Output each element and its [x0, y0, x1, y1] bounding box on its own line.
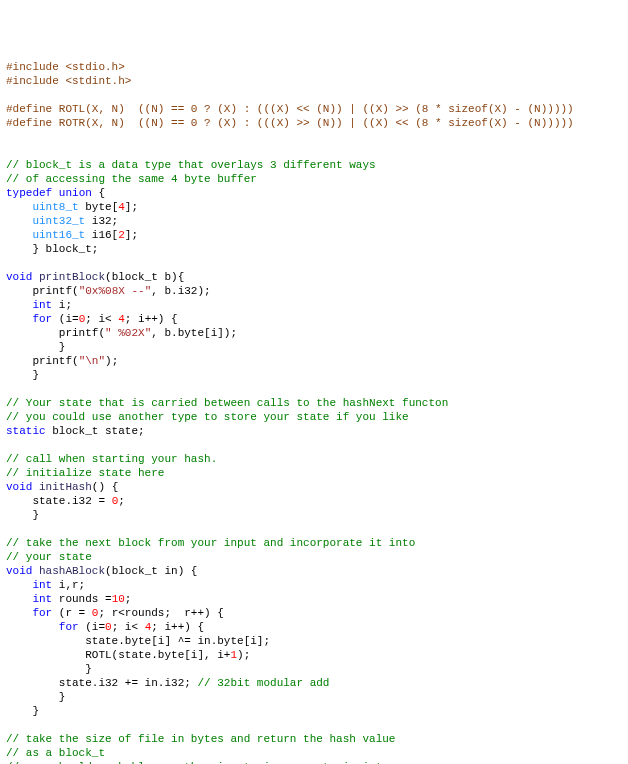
- token-func: hashABlock: [39, 565, 105, 577]
- token-plain: [6, 313, 32, 325]
- token-comment: // block_t is a data type that overlays …: [6, 159, 376, 171]
- token-plain: ;: [125, 593, 132, 605]
- code-line: [6, 144, 622, 158]
- token-keyword: int: [32, 593, 52, 605]
- token-plain: [6, 593, 32, 605]
- token-plain: [6, 215, 32, 227]
- code-line: #define ROTL(X, N) ((N) == 0 ? (X) : (((…: [6, 102, 622, 116]
- token-plain: }: [6, 705, 39, 717]
- code-line: state.byte[i] ^= in.byte[i];: [6, 634, 622, 648]
- token-plain: ];: [125, 201, 138, 213]
- token-keyword: void: [6, 271, 32, 283]
- token-keyword: for: [59, 621, 79, 633]
- token-func: initHash: [39, 481, 92, 493]
- code-line: printf("\n");: [6, 354, 622, 368]
- token-type: uint32_t: [32, 215, 85, 227]
- token-preproc: #include <stdio.h>: [6, 61, 125, 73]
- token-plain: [52, 187, 59, 199]
- token-comment: // take the next block from your input a…: [6, 537, 415, 549]
- token-plain: ROTL(state.byte[i], i+: [6, 649, 230, 661]
- token-type: uint8_t: [32, 201, 78, 213]
- token-num: 4: [118, 201, 125, 213]
- token-plain: (i=: [79, 621, 105, 633]
- code-line: uint32_t i32;: [6, 214, 622, 228]
- token-plain: } block_t;: [6, 243, 98, 255]
- code-line: typedef union {: [6, 186, 622, 200]
- token-plain: rounds =: [52, 593, 111, 605]
- code-line: state.i32 += in.i32; // 32bit modular ad…: [6, 676, 622, 690]
- code-line: }: [6, 340, 622, 354]
- token-comment: // initialize state here: [6, 467, 164, 479]
- token-plain: );: [105, 355, 118, 367]
- token-keyword: void: [6, 565, 32, 577]
- token-plain: state.i32 =: [6, 495, 112, 507]
- token-plain: printf(: [6, 355, 79, 367]
- code-line: [6, 438, 622, 452]
- token-str: "\n": [79, 355, 105, 367]
- token-plain: {: [92, 187, 105, 199]
- token-plain: [6, 607, 32, 619]
- code-listing: #include <stdio.h>#include <stdint.h> #d…: [6, 60, 622, 764]
- token-str: " %02X": [105, 327, 151, 339]
- code-line: uint8_t byte[4];: [6, 200, 622, 214]
- code-line: // you could use another type to store y…: [6, 410, 622, 424]
- token-plain: (block_t b){: [105, 271, 184, 283]
- code-line: // Your state that is carried between ca…: [6, 396, 622, 410]
- token-plain: ];: [125, 229, 138, 241]
- token-preproc: #define ROTR(X, N) ((N) == 0 ? (X) : (((…: [6, 117, 574, 129]
- code-line: int i,r;: [6, 578, 622, 592]
- code-line: #include <stdint.h>: [6, 74, 622, 88]
- token-plain: , b.i32);: [151, 285, 210, 297]
- token-comment: // 32bit modular add: [197, 677, 329, 689]
- code-line: void printBlock(block_t b){: [6, 270, 622, 284]
- token-plain: ; i<: [85, 313, 118, 325]
- code-line: printf("0x%08X --", b.i32);: [6, 284, 622, 298]
- code-line: ROTL(state.byte[i], i+1);: [6, 648, 622, 662]
- token-func: printBlock: [39, 271, 105, 283]
- token-preproc: #include <stdint.h>: [6, 75, 131, 87]
- token-plain: }: [6, 509, 39, 521]
- code-line: [6, 130, 622, 144]
- code-line: void hashABlock(block_t in) {: [6, 564, 622, 578]
- token-plain: ; i++) {: [125, 313, 178, 325]
- token-plain: (r =: [52, 607, 92, 619]
- code-line: }: [6, 690, 622, 704]
- token-plain: () {: [92, 481, 118, 493]
- token-plain: , b.byte[i]);: [151, 327, 237, 339]
- token-plain: byte[: [79, 201, 119, 213]
- code-line: [6, 256, 622, 270]
- token-plain: state.i32 += in.i32;: [6, 677, 197, 689]
- token-plain: }: [6, 663, 92, 675]
- token-plain: printf(: [6, 285, 79, 297]
- token-plain: ; r<rounds; r++) {: [98, 607, 223, 619]
- code-line: for (i=0; i< 4; i++) {: [6, 312, 622, 326]
- code-line: // call when starting your hash.: [6, 452, 622, 466]
- token-comment: // of accessing the same 4 byte buffer: [6, 173, 257, 185]
- token-plain: [6, 579, 32, 591]
- code-line: }: [6, 368, 622, 382]
- code-line: #include <stdio.h>: [6, 60, 622, 74]
- code-line: int i;: [6, 298, 622, 312]
- token-plain: i16[: [85, 229, 118, 241]
- token-plain: [6, 201, 32, 213]
- token-comment: // call when starting your hash.: [6, 453, 217, 465]
- code-line: for (i=0; i< 4; i++) {: [6, 620, 622, 634]
- token-keyword: int: [32, 579, 52, 591]
- code-line: [6, 382, 622, 396]
- code-line: [6, 522, 622, 536]
- token-plain: ; i++) {: [151, 621, 204, 633]
- token-plain: ;: [118, 495, 125, 507]
- token-comment: // your state: [6, 551, 92, 563]
- token-comment: // you could use another type to store y…: [6, 411, 409, 423]
- token-num: 2: [118, 229, 125, 241]
- token-keyword: static: [6, 425, 46, 437]
- code-line: void initHash() {: [6, 480, 622, 494]
- token-comment: // as a block_t: [6, 747, 105, 759]
- code-line: printf(" %02X", b.byte[i]);: [6, 326, 622, 340]
- token-str: "0x%08X --": [79, 285, 152, 297]
- code-line: // as a block_t: [6, 746, 622, 760]
- token-keyword: for: [32, 607, 52, 619]
- code-line: // block_t is a data type that overlays …: [6, 158, 622, 172]
- code-line: static block_t state;: [6, 424, 622, 438]
- token-type: uint16_t: [32, 229, 85, 241]
